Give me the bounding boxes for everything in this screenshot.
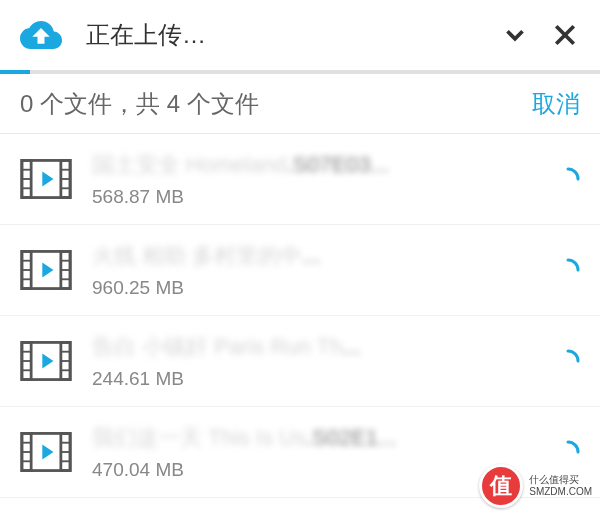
collapse-icon[interactable] (500, 20, 530, 50)
loading-spinner-icon (556, 349, 580, 373)
watermark: 值 什么值得买 SMZDM.COM (479, 464, 592, 508)
progress-fill (0, 70, 30, 74)
video-icon (20, 339, 72, 383)
file-item[interactable]: 火线 相助 多村里的中... 960.25 MB (0, 225, 600, 316)
upload-header: 正在上传… (0, 0, 600, 70)
file-name: 我们这一天 This Is Us.S02E1... (92, 423, 536, 453)
video-icon (20, 248, 72, 292)
upload-subheader: 0 个文件，共 4 个文件 取消 (0, 74, 600, 134)
cancel-button[interactable]: 取消 (532, 88, 580, 120)
header-title: 正在上传… (86, 19, 500, 51)
file-size: 470.04 MB (92, 459, 536, 481)
watermark-badge: 值 (479, 464, 523, 508)
file-info: 告白 小镇奸 Paris Run Th... 244.61 MB (92, 332, 536, 390)
file-info: 国土安全 Homeland.S07E03... 568.87 MB (92, 150, 536, 208)
svg-marker-21 (42, 263, 53, 278)
file-name: 告白 小镇奸 Paris Run Th... (92, 332, 536, 362)
file-name: 国土安全 Homeland.S07E03... (92, 150, 536, 180)
watermark-text: 什么值得买 SMZDM.COM (529, 474, 592, 498)
svg-marker-31 (42, 354, 53, 369)
file-item[interactable]: 告白 小镇奸 Paris Run Th... 244.61 MB (0, 316, 600, 407)
file-info: 火线 相助 多村里的中... 960.25 MB (92, 241, 536, 299)
close-icon[interactable] (550, 20, 580, 50)
upload-status: 0 个文件，共 4 个文件 (20, 88, 532, 120)
svg-marker-41 (42, 445, 53, 460)
video-icon (20, 157, 72, 201)
file-size: 244.61 MB (92, 368, 536, 390)
file-name: 火线 相助 多村里的中... (92, 241, 536, 271)
file-list: 国土安全 Homeland.S07E03... 568.87 MB 火线 相助 … (0, 134, 600, 498)
loading-spinner-icon (556, 167, 580, 191)
file-size: 960.25 MB (92, 277, 536, 299)
loading-spinner-icon (556, 440, 580, 464)
cloud-upload-icon (20, 14, 62, 56)
header-actions (500, 20, 580, 50)
watermark-line1: 什么值得买 (529, 474, 592, 486)
file-item[interactable]: 国土安全 Homeland.S07E03... 568.87 MB (0, 134, 600, 225)
watermark-line2: SMZDM.COM (529, 486, 592, 498)
progress-bar (0, 70, 600, 74)
loading-spinner-icon (556, 258, 580, 282)
video-icon (20, 430, 72, 474)
file-info: 我们这一天 This Is Us.S02E1... 470.04 MB (92, 423, 536, 481)
file-size: 568.87 MB (92, 186, 536, 208)
svg-marker-11 (42, 172, 53, 187)
